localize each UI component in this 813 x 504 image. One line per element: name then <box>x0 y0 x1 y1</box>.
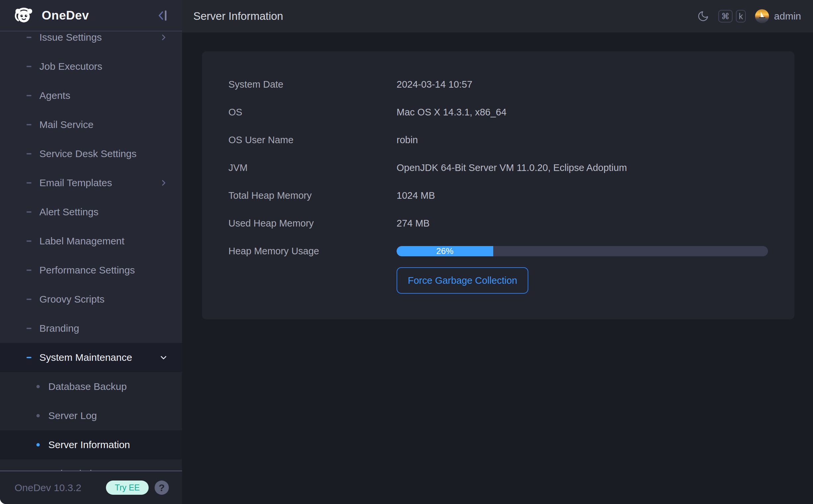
sidebar-logo-bar: OneDev <box>0 0 182 31</box>
bullet-icon <box>36 443 40 446</box>
sidebar-item-system-maintenance[interactable]: System Maintenance <box>0 343 182 372</box>
system-maintenance-submenu: Database Backup Server Log Server Inform… <box>0 372 182 471</box>
dash-icon <box>26 270 31 271</box>
dash-icon <box>26 299 31 300</box>
dash-icon <box>26 37 31 38</box>
chevron-right-icon <box>159 33 167 41</box>
server-info-card: System Date 2024-03-14 10:57 OS Mac OS X… <box>202 51 794 319</box>
sidebar-item-label-management[interactable]: Label Management <box>0 227 182 256</box>
sidebar: OneDev Issue Settings Job Executors Agen… <box>0 0 182 504</box>
force-garbage-collection-button[interactable]: Force Garbage Collection <box>397 267 528 294</box>
info-row-system-date: System Date 2024-03-14 10:57 <box>229 70 768 98</box>
sidebar-subitem-server-information[interactable]: Server Information <box>0 430 182 459</box>
sidebar-item-groovy-scripts[interactable]: Groovy Scripts <box>0 285 182 314</box>
dash-icon <box>26 240 31 242</box>
dash-icon <box>26 66 31 67</box>
sidebar-item-branding[interactable]: Branding <box>0 314 182 343</box>
dash-icon <box>26 328 31 329</box>
k-key[interactable]: k <box>736 10 746 22</box>
heap-usage-progress-bar: 26% <box>397 246 768 256</box>
sidebar-item-email-templates[interactable]: Email Templates <box>0 168 182 197</box>
info-row-os-user-name: OS User Name robin <box>229 126 768 154</box>
onedev-app: OneDev Issue Settings Job Executors Agen… <box>0 0 813 504</box>
sidebar-menu: Issue Settings Job Executors Agents Mail… <box>0 31 182 471</box>
sidebar-item-service-desk-settings[interactable]: Service Desk Settings <box>0 139 182 168</box>
sidebar-footer: OneDev 10.3.2 Try EE <box>0 471 182 504</box>
dash-icon <box>26 357 31 358</box>
help-icon[interactable] <box>154 481 169 495</box>
page-content: System Date 2024-03-14 10:57 OS Mac OS X… <box>182 32 813 504</box>
sidebar-item-performance-settings[interactable]: Performance Settings <box>0 256 182 285</box>
sidebar-item-agents[interactable]: Agents <box>0 81 182 110</box>
heap-usage-progress-fill: 26% <box>397 246 493 256</box>
collapse-sidebar-icon[interactable] <box>157 9 169 22</box>
info-row-total-heap-memory: Total Heap Memory 1024 MB <box>229 182 768 209</box>
user-avatar[interactable] <box>755 9 769 23</box>
info-row-heap-memory-usage: Heap Memory Usage 26% <box>229 237 768 265</box>
dash-icon <box>26 124 31 125</box>
dash-icon <box>26 182 31 184</box>
app-version: OneDev 10.3.2 <box>15 482 81 493</box>
sidebar-item-issue-settings[interactable]: Issue Settings <box>0 31 182 52</box>
sidebar-subitem-server-log[interactable]: Server Log <box>0 401 182 430</box>
command-key-icon[interactable]: ⌘ <box>718 10 733 22</box>
info-row-jvm: JVM OpenJDK 64-Bit Server VM 11.0.20, Ec… <box>229 154 768 182</box>
dark-mode-moon-icon[interactable] <box>697 10 709 22</box>
sidebar-item-mail-service[interactable]: Mail Service <box>0 110 182 139</box>
info-row-os: OS Mac OS X 14.3.1, x86_64 <box>229 98 768 126</box>
top-bar: Server Information ⌘ k admin <box>182 0 813 32</box>
chevron-down-icon <box>159 354 167 361</box>
bullet-icon <box>36 414 40 417</box>
username[interactable]: admin <box>774 11 801 22</box>
sidebar-item-job-executors[interactable]: Job Executors <box>0 52 182 81</box>
onedev-panda-logo-icon <box>14 6 34 25</box>
chevron-right-icon <box>159 179 167 187</box>
sidebar-subitem-database-backup[interactable]: Database Backup <box>0 372 182 401</box>
dash-icon <box>26 211 31 213</box>
try-ee-badge[interactable]: Try EE <box>106 481 149 495</box>
main-area: Server Information ⌘ k admin System Date… <box>182 0 813 504</box>
gc-button-row: Force Garbage Collection <box>229 267 768 294</box>
info-row-used-heap-memory: Used Heap Memory 274 MB <box>229 209 768 237</box>
app-name: OneDev <box>42 9 157 22</box>
sidebar-subitem-subscription-management[interactable]: Subscription Management <box>0 459 182 471</box>
page-title: Server Information <box>193 10 697 22</box>
dash-icon <box>26 95 31 96</box>
bullet-icon <box>36 385 40 388</box>
sidebar-item-alert-settings[interactable]: Alert Settings <box>0 197 182 227</box>
dash-icon <box>26 153 31 154</box>
